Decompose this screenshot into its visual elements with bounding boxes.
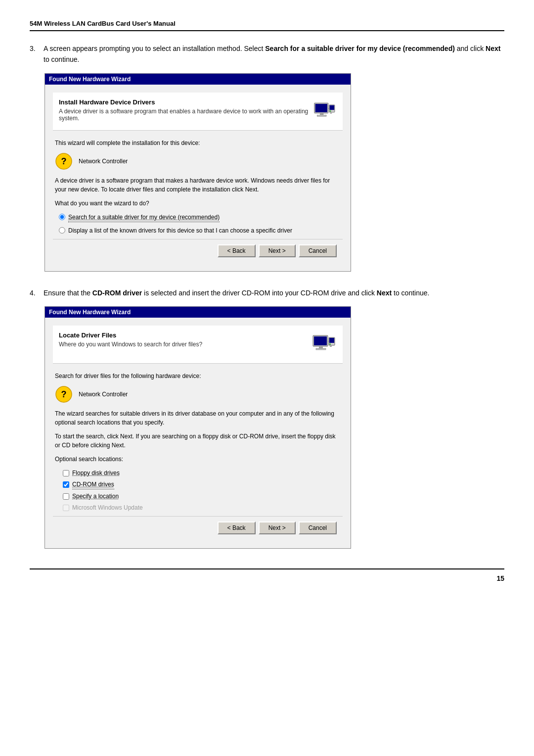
wizard-header-text-2: Locate Driver Files Where do you want Wi… (59, 331, 202, 348)
svg-rect-1 (315, 104, 327, 112)
wizard-body-para1-2: The wizard searches for suitable drivers… (55, 409, 341, 427)
device-row-1: ? Network Controller (55, 152, 341, 170)
checkbox-floppy[interactable]: Floppy disk drives (63, 469, 341, 477)
step-4-number: 4. (30, 287, 40, 298)
svg-rect-2 (320, 113, 323, 115)
wizard-header-section-1: Install Hardware Device Drivers A device… (53, 93, 343, 131)
wizard-header-section-2: Locate Driver Files Where do you want Wi… (53, 326, 343, 364)
svg-rect-13 (314, 336, 327, 345)
specify-checkbox[interactable] (63, 493, 69, 500)
header-title: 54M Wireless LAN CardBus Card User's Man… (30, 20, 176, 27)
page-number: 15 (496, 574, 504, 582)
svg-rect-3 (317, 115, 327, 116)
device-name-1: Network Controller (79, 157, 128, 166)
wizard-footer-2: < Back Next > Cancel (53, 516, 343, 540)
wizard-body-line1-2: Search for driver files for the followin… (55, 372, 341, 380)
svg-text:?: ? (61, 156, 67, 166)
wizard-footer-1: < Back Next > Cancel (53, 239, 343, 263)
radio-group-1: Search for a suitable driver for my devi… (59, 213, 341, 235)
checkbox-cdrom[interactable]: CD-ROM drives (63, 480, 341, 489)
radio-search-suitable[interactable] (59, 214, 65, 220)
svg-rect-18 (330, 346, 332, 347)
cancel-button-2[interactable]: Cancel (299, 521, 337, 534)
wizard-body-para2-2: To start the search, click Next. If you … (55, 432, 341, 450)
back-button-2[interactable]: < Back (218, 521, 256, 534)
radio-item-1[interactable]: Search for a suitable driver for my devi… (59, 213, 341, 222)
wizard-body-2: Search for driver files for the followin… (53, 372, 343, 512)
checkbox-specify[interactable]: Specify a location (63, 492, 341, 501)
step-4-text: 4. Ensure that the CD-ROM driver is sele… (30, 287, 504, 298)
wizard-body-line1-1: This wizard will complete the installati… (55, 139, 341, 147)
checkbox-group-2: Floppy disk drives CD-ROM drives Specify… (63, 469, 341, 512)
step-4-description: Ensure that the CD-ROM driver is selecte… (44, 287, 504, 298)
windows-update-label: Microsoft Windows Update (72, 503, 143, 512)
wizard-header-desc-2: Where do you want Windows to search for … (59, 341, 202, 348)
page-header: 54M Wireless LAN CardBus Card User's Man… (30, 20, 504, 31)
svg-rect-14 (319, 346, 323, 348)
wizard-question-1: What do you want the wizard to do? (55, 199, 341, 208)
step-4-block: 4. Ensure that the CD-ROM driver is sele… (30, 287, 504, 549)
svg-rect-19 (329, 343, 331, 344)
radio-search-suitable-label: Search for a suitable driver for my devi… (68, 213, 220, 222)
wizard-header-title-2: Locate Driver Files (59, 331, 202, 339)
svg-rect-17 (329, 338, 334, 343)
wizard-content-1: Install Hardware Device Drivers A device… (45, 85, 351, 271)
wizard-dialog-1: Found New Hardware Wizard Install Hardwa… (44, 73, 351, 272)
wizard-dialog-2: Found New Hardware Wizard Locate Driver … (44, 306, 351, 549)
wizard-title-bar-2: Found New Hardware Wizard (45, 307, 351, 318)
next-button-1[interactable]: Next > (259, 244, 296, 257)
radio-display-list[interactable] (59, 227, 65, 234)
svg-rect-7 (330, 110, 331, 111)
back-button-1[interactable]: < Back (218, 244, 256, 257)
windows-update-checkbox (63, 505, 69, 511)
svg-rect-8 (330, 111, 331, 112)
hardware-wizard-icon-2 (311, 331, 337, 357)
device-row-2: ? Network Controller (55, 385, 341, 403)
wizard-title-bar-1: Found New Hardware Wizard (45, 74, 351, 85)
wizard-body-para-1: A device driver is a software program th… (55, 176, 341, 194)
svg-rect-15 (316, 348, 326, 350)
cancel-button-1[interactable]: Cancel (299, 244, 337, 257)
wizard-content-2: Locate Driver Files Where do you want Wi… (45, 318, 351, 548)
cdrom-label: CD-ROM drives (72, 480, 114, 489)
specify-label: Specify a location (72, 492, 119, 501)
wizard-header-text-1: Install Hardware Device Drivers A device… (59, 98, 312, 122)
step-3-block: 3. A screen appears prompting you to sel… (30, 43, 504, 272)
step-3-description: A screen appears prompting you to select… (44, 43, 504, 65)
wizard-body-1: This wizard will complete the installati… (53, 139, 343, 235)
checkbox-windows-update: Microsoft Windows Update (63, 503, 341, 512)
wizard-header-desc-1: A device driver is a software program th… (59, 108, 312, 122)
svg-rect-5 (330, 105, 334, 110)
svg-rect-6 (330, 113, 332, 114)
optional-label: Optional search locations: (55, 455, 341, 464)
radio-display-list-label: Display a list of the known drivers for … (68, 226, 292, 235)
step-3-text: 3. A screen appears prompting you to sel… (30, 43, 504, 65)
floppy-checkbox[interactable] (63, 470, 69, 476)
hardware-wizard-icon-1 (312, 98, 337, 124)
cdrom-checkbox[interactable] (63, 481, 69, 488)
svg-text:?: ? (61, 389, 67, 399)
next-button-2[interactable]: Next > (259, 521, 296, 534)
step-3-number: 3. (30, 43, 40, 65)
device-name-2: Network Controller (79, 390, 128, 399)
radio-item-2[interactable]: Display a list of the known drivers for … (59, 226, 341, 235)
wizard-header-title-1: Install Hardware Device Drivers (59, 98, 312, 106)
floppy-label: Floppy disk drives (72, 469, 120, 477)
svg-rect-20 (329, 344, 331, 345)
page-footer: 15 (30, 568, 504, 582)
unknown-device-icon-1: ? (55, 152, 73, 170)
unknown-device-icon-2: ? (55, 385, 73, 403)
